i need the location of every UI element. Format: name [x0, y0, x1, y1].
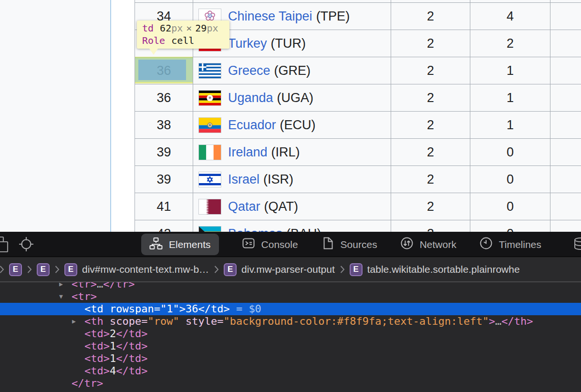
silver-cell: 1 — [470, 57, 550, 84]
elements-icon — [149, 237, 163, 252]
gold-cell: 2 — [391, 166, 470, 193]
dock-side-icon[interactable] — [0, 236, 11, 257]
flag-uga-icon — [199, 91, 221, 105]
tooltip-tag-name: td — [142, 22, 154, 34]
country-cell: Qatar (QAT) — [193, 193, 391, 220]
rank-value: 39 — [156, 172, 171, 187]
dom-tree-line[interactable]: ▶<tr>…</tr> — [0, 282, 581, 290]
breadcrumb-item[interactable]: Etable.wikitable.sortable.plainrowhe — [350, 263, 520, 276]
flag-ecu-icon — [199, 118, 221, 133]
table-row: 38 Ecuador (ECU) 2 1 — [135, 112, 581, 139]
tab-console[interactable]: Console — [242, 234, 298, 255]
tooltip-height-value: 29 — [195, 22, 207, 34]
dom-tree-line[interactable]: <td>1</td> — [0, 340, 581, 352]
tab-network[interactable]: Network — [400, 234, 456, 255]
flag-qat-icon — [199, 199, 221, 214]
element-badge: E — [37, 263, 50, 276]
code-token: </tr> — [103, 282, 135, 290]
code-token: … — [97, 282, 103, 290]
breadcrumb-item[interactable]: E — [9, 263, 22, 276]
code-token: 1 — [110, 352, 116, 364]
country-cell: Ireland (IRL) — [193, 139, 391, 166]
disclosure-expanded-icon[interactable]: ▼ — [59, 290, 63, 303]
gold-cell: 2 — [391, 30, 470, 57]
code-token: 1 — [110, 340, 116, 352]
element-badge: E — [350, 263, 363, 276]
country-cell: Greece (GRE) — [193, 57, 391, 84]
dom-tree-line[interactable]: <td>4</td> — [0, 365, 581, 377]
bronze-cell — [550, 220, 581, 232]
country-link[interactable]: Qatar — [228, 199, 260, 214]
gold-cell: 2 — [391, 3, 470, 30]
rank-value: 38 — [156, 118, 171, 133]
country-link[interactable]: Ireland — [228, 145, 268, 160]
gold-cell: 2 — [391, 193, 470, 220]
dom-tree-line-selected[interactable]: <td rowspan="1">36</td> = $0 — [0, 303, 581, 315]
country-cell: Bahamas (BAH) — [193, 220, 391, 232]
element-picker-icon[interactable] — [18, 236, 34, 254]
code-token: = — [141, 315, 147, 327]
tooltip-times-sign: × — [186, 22, 192, 34]
country-link[interactable]: Chinese Taipei — [228, 9, 312, 24]
code-token: <td> — [84, 340, 110, 352]
dom-tree-line[interactable]: </tr> — [0, 377, 581, 390]
breadcrumb-chevron-icon — [340, 265, 345, 274]
country-code: (ISR) — [263, 172, 293, 187]
code-token: = — [217, 315, 223, 327]
country-link[interactable]: Uganda — [228, 91, 273, 105]
tab-sources[interactable]: Sources — [321, 234, 377, 255]
tooltip-role-value: cell — [171, 35, 194, 46]
disclosure-collapsed-icon[interactable]: ▶ — [59, 282, 63, 290]
breadcrumb-item[interactable]: E — [37, 263, 50, 276]
dom-tree-line[interactable]: <td>2</td> — [0, 328, 581, 340]
bronze-cell — [550, 139, 581, 166]
gold-cell: 2 — [391, 57, 470, 84]
storage-tab-icon[interactable] — [573, 237, 581, 253]
code-token: <td> — [84, 328, 110, 340]
code-token: </tr> — [72, 377, 103, 389]
country-code: (ECU) — [280, 118, 316, 133]
bronze-cell — [550, 3, 581, 30]
tooltip-role-label: Role — [142, 35, 165, 46]
country-link[interactable]: Greece — [228, 63, 270, 78]
code-token — [179, 315, 186, 327]
breadcrumb-item[interactable]: Ediv.mw-parser-output — [224, 263, 335, 276]
country-code: (TPE) — [316, 9, 350, 24]
code-token: </td> — [116, 328, 147, 340]
silver-cell: 1 — [470, 84, 550, 112]
table-row: 36 Uganda (UGA) 2 1 — [135, 84, 581, 112]
tab-elements[interactable]: Elements — [141, 234, 219, 255]
breadcrumb-label: table.wikitable.sortable.plainrowhe — [367, 264, 520, 275]
dom-tree-line[interactable]: <td>1</td> — [0, 352, 581, 365]
country-link[interactable]: Turkey — [228, 36, 267, 51]
code-token: > — [489, 315, 495, 327]
network-icon — [400, 237, 414, 252]
country-code: (UGA) — [277, 91, 314, 105]
gold-cell: 2 — [391, 139, 470, 166]
flag-bah-icon — [199, 227, 221, 232]
dom-tree-line[interactable]: ▼<tr> — [0, 290, 581, 303]
code-token: style — [186, 315, 217, 327]
bronze-cell — [550, 30, 581, 57]
rank-cell: 36 — [135, 84, 193, 112]
sources-icon — [321, 237, 334, 252]
country-link[interactable]: Israel — [228, 172, 259, 187]
breadcrumb-chevron-icon — [27, 265, 32, 274]
country-code: (GRE) — [274, 63, 311, 78]
browser-with-inspector: 34 Chinese Taipei (TPE) 2 4 35 Turkey (T… — [0, 0, 581, 392]
silver-cell: 0 — [470, 220, 550, 232]
tab-timelines[interactable]: Timelines — [479, 234, 541, 255]
disclosure-collapsed-icon[interactable]: ▶ — [72, 315, 76, 328]
flag-irl-icon — [199, 145, 221, 160]
code-token: <th — [84, 315, 104, 327]
country-link[interactable]: Bahamas — [228, 227, 282, 232]
country-code: (TUR) — [271, 36, 306, 51]
bronze-cell — [550, 84, 581, 112]
silver-cell: 0 — [470, 139, 550, 166]
code-token: 4 — [110, 365, 116, 377]
rank-value: 39 — [156, 145, 171, 160]
country-link[interactable]: Ecuador — [228, 118, 276, 133]
code-token: </th> — [501, 315, 533, 327]
dom-tree-line[interactable]: ▶<th scope="row" style="background-color… — [0, 315, 581, 328]
breadcrumb-item[interactable]: Ediv#mw-content-text.mw-b… — [64, 263, 209, 276]
